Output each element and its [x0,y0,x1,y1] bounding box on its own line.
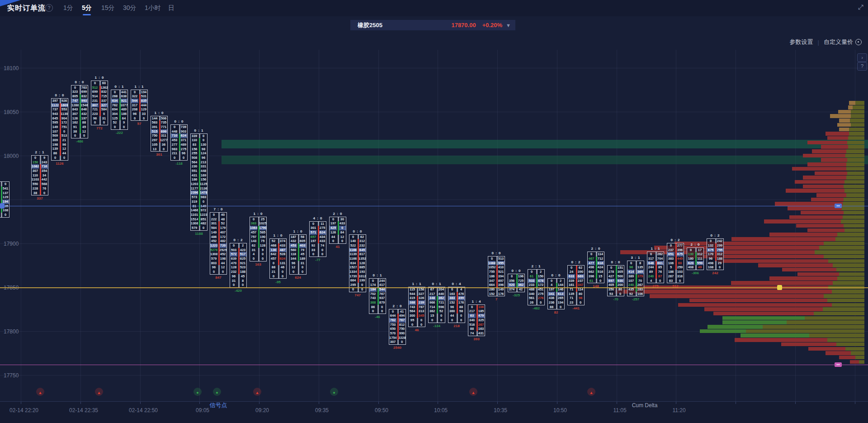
volume-profile-row [650,294,864,298]
line-drag-handle[interactable]: ••• [835,362,842,367]
ask-volume-cell: 0 [378,305,386,309]
footprint-candle[interactable]: 0 : 206224390633669339237161347711141358… [567,260,585,305]
line-left-tag[interactable] [0,203,5,209]
orange-line-square-handle[interactable] [777,285,782,290]
ask-volume-cell: 531 [140,94,147,99]
ask-volume-cell: 440 [438,292,445,296]
ask-volume-cell: 983 [200,195,207,200]
footprint-candle[interactable]: 0 : 039792611221609737553943113064590459… [51,93,68,161]
instrument-bar[interactable]: 橡胶2505 17870.00 +0.20% ▼ [350,20,515,30]
footprint-candle[interactable]: 2 : 102611505334782331724884513402755612… [528,264,545,305]
bid-volume-cell: 223 [91,112,99,116]
tab-30分[interactable]: 30分 [123,4,137,12]
volume-profile-row [838,110,864,114]
footprint-candle[interactable]: 0 : 005131068955105241075552118639434789… [488,251,505,296]
footprint-candle[interactable]: 0 : 404163476383499152176968836058440002… [448,282,465,323]
blue-price-line [0,206,868,206]
bid-volume-cell: 86 [52,151,59,156]
bid-volume-cell: 0 [171,125,178,129]
ask-volume-cell: 163 [477,327,485,331]
footprint-candle[interactable]: 0 : 001512783054275006979304052003508053… [607,260,624,297]
footprint-candle[interactable]: 0 : 133901100831301569825512450896564213… [190,128,208,231]
footprint-candle[interactable]: 0 : 202503423572517639625470921128523232… [230,238,247,288]
bid-volume-cell: 83 [667,279,675,283]
signal-badge-red[interactable]: ▲ [36,388,44,396]
collapse-icon[interactable]: ⤢ [858,3,863,11]
footprint-candle[interactable]: 0 : 202421322996757551703129618849829108… [707,233,724,270]
signal-badge-red[interactable]: ▲ [253,388,261,396]
tab-1小时[interactable]: 1小时 [145,4,161,12]
profile-sell-segment [803,176,846,180]
tab-日[interactable]: 日 [168,4,175,12]
footprint-candle[interactable]: 1 : 102623177046466012448589762408740275 [647,247,664,283]
footprint-candle[interactable]: 0 : 167204217440348362966721714596362521… [428,282,445,323]
signal-badge-green[interactable]: ● [330,388,338,396]
ask-volume-cell: 200 [617,283,624,287]
help-icon[interactable]: ? [45,4,53,12]
ask-volume-cell: 96 [200,156,207,160]
footprint-candle[interactable]: 2 : 004164449476276775381265075057099017… [389,304,406,345]
settings-button[interactable]: 参数设置 [790,38,813,46]
footprint-candle[interactable]: 1 : 006051212626998325147152313378073277… [91,76,108,125]
footprint-candle[interactable]: 0 : 002414419714634161343626523619488082 [547,273,565,310]
footprint-candle[interactable]: 1 : 014450658373539177151569975031129712… [151,111,168,152]
footprint-candle[interactable]: 0 : 006214031252223211666451139817116613… [349,229,366,292]
ask-volume-cell: 259 [676,265,684,270]
footprint-candle[interactable]: 8803105419513758129135194961354410800 [0,176,9,218]
footprint-candle[interactable]: 1 : 018758432605453403560791184534418996… [289,229,307,275]
line-drag-handle[interactable]: ••• [835,204,842,208]
candle-box: 5237446843313048764252845762401318846210… [269,238,287,279]
signal-badge-red[interactable]: ▲ [469,388,477,396]
custom-volume-button[interactable]: 自定义量价 [824,38,853,46]
ask-volume-cell: 0 [458,314,465,318]
ask-volume-cell: 0 [279,274,286,279]
footprint-candle[interactable]: 0 : 007633236998058327479931288154684364… [71,80,88,138]
signal-badge-red[interactable]: ▲ [587,388,595,396]
tab-1分[interactable]: 1分 [63,4,73,12]
profile-sell-segment [735,338,827,342]
chevron-down-icon[interactable]: ▼ [506,23,511,28]
footprint-candle[interactable]: 0 : 104412686386349217621077694489304186… [111,85,128,130]
ask-volume-cell: 452 [219,252,226,257]
footprint-candle[interactable]: 2 : 001144677124778164964246625163961561… [587,247,604,283]
signal-badge-red[interactable]: ▲ [95,388,103,396]
candle-imbalance-header: 0 : 0 [170,119,188,124]
panel-help-button[interactable]: ? [857,62,867,71]
footprint-candle[interactable]: 0 : 007394489037106244533712774899832752… [170,119,188,161]
profile-buy-segment [828,259,864,263]
candle-delta-value: -95 [269,280,287,284]
footprint-candle[interactable]: 1 : 111515854432731532638823974378756431… [408,282,425,327]
bid-volume-cell: 304 [111,112,118,116]
tab-15分[interactable]: 15分 [101,4,115,12]
footprint-candle[interactable]: 7 : 004022248301525841791494074861724524… [210,207,227,275]
ask-volume-cell: 62 [577,266,584,270]
footprint-candle[interactable]: 3 : 108961354143653893791077024026743528… [627,256,644,297]
signal-points-label[interactable]: 信号点 [210,401,227,409]
footprint-candle[interactable]: 0 : 102441744171845447027677439373688798… [369,273,386,314]
bid-volume-cell: 267 [667,274,675,279]
footprint-candle[interactable]: 2 : 109150243108271630735411034110344255… [31,150,48,195]
bid-volume-cell: 522 [349,243,357,248]
footprint-candle[interactable]: 1 : 101943225315448353174442081299633005… [131,85,148,121]
footprint-candle[interactable]: 1 : 052374468433130487642528457624013188… [269,233,287,279]
volume-profile-row [781,342,864,347]
bid-volume-cell: 89 [647,270,655,274]
footprint-candle[interactable]: 4 : 001130127557162465743419743392743300… [309,216,326,257]
signal-badge-green[interactable]: ● [193,388,202,396]
cum-delta-label[interactable]: Cum Delta [632,402,658,409]
gear-icon[interactable] [855,39,862,45]
footprint-candle[interactable]: 2 : 003019743342501268444120041 [329,212,346,244]
footprint-candle[interactable]: 1 : 401062171856347934032551626788163744… [468,299,485,336]
footprint-candle[interactable]: 0 : 202772373966516753834451066052591861… [667,238,684,283]
bid-volume-cell: 579 [191,226,198,230]
ask-volume-cell: 903 [180,129,187,134]
footprint-candle[interactable]: 1 : 002538310251064179045758575719014375… [250,212,267,261]
panel-expand-button[interactable]: › [857,53,867,62]
tab-5分[interactable]: 5分 [82,4,92,12]
profile-buy-segment [763,325,864,329]
bid-volume-cell: 1288 [71,103,79,108]
signal-badge-green[interactable]: ● [213,388,221,396]
footprint-candle[interactable]: 0 : 0019635672592036237442-325 [508,269,525,292]
bid-volume-cell: 662 [588,270,595,274]
footprint-candle[interactable]: 2 : 001713031218011162055940849-306 [687,242,704,270]
